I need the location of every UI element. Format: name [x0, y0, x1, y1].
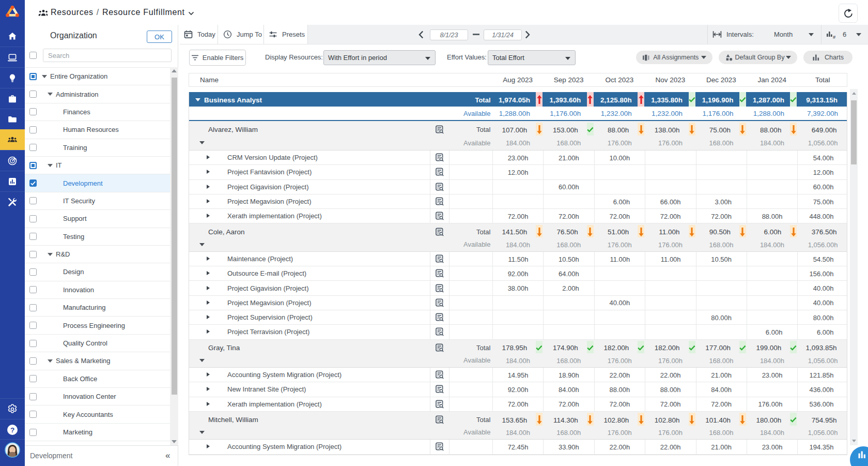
svg-text:#: #: [833, 34, 836, 39]
svg-text:?: ?: [10, 426, 14, 433]
